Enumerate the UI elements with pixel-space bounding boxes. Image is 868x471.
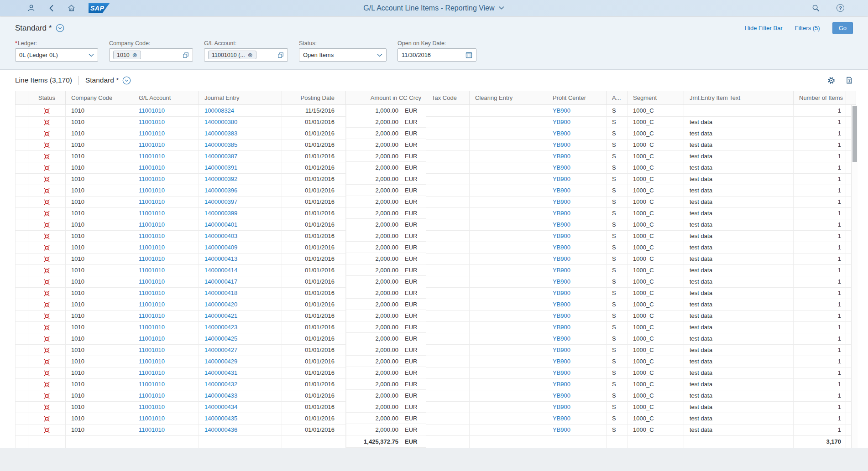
- export-spreadsheet-icon[interactable]: [846, 77, 853, 84]
- profit-center-link[interactable]: YB900: [553, 381, 570, 388]
- journal-entry-link[interactable]: 1400000396: [204, 187, 237, 194]
- gl-account-link[interactable]: 11001010: [139, 301, 165, 308]
- col-posting-date[interactable]: Posting Date: [282, 91, 346, 105]
- col-account-type[interactable]: A...: [607, 91, 627, 105]
- journal-entry-link[interactable]: 1400000417: [204, 278, 237, 285]
- profit-center-link[interactable]: YB900: [553, 358, 570, 365]
- journal-entry-link[interactable]: 1400000423: [204, 324, 237, 331]
- gl-account-link[interactable]: 11001010: [139, 141, 165, 148]
- profit-center-link[interactable]: YB900: [553, 301, 570, 308]
- status-select[interactable]: Open Items: [299, 48, 387, 62]
- hide-filter-bar-button[interactable]: Hide Filter Bar: [745, 25, 783, 31]
- journal-entry-link[interactable]: 1400000433: [204, 392, 237, 399]
- profit-center-link[interactable]: YB900: [553, 176, 570, 182]
- gl-account-link[interactable]: 11001010: [139, 278, 165, 285]
- gl-account-link[interactable]: 11001010: [139, 335, 165, 342]
- profit-center-link[interactable]: YB900: [553, 324, 570, 331]
- col-segment[interactable]: Segment: [627, 91, 684, 105]
- search-icon[interactable]: [812, 4, 820, 12]
- gl-account-link[interactable]: 11001010: [139, 267, 165, 274]
- journal-entry-link[interactable]: 1400000391: [204, 164, 237, 171]
- col-tax-code[interactable]: Tax Code: [426, 91, 470, 105]
- col-number-of-items[interactable]: Number of Items: [794, 91, 846, 105]
- gl-account-link[interactable]: 11001010: [139, 164, 165, 171]
- journal-entry-link[interactable]: 1400000383: [204, 130, 237, 137]
- scrollbar-thumb[interactable]: [852, 106, 857, 162]
- home-icon[interactable]: [68, 4, 75, 12]
- gl-account-link[interactable]: 11001010: [139, 415, 165, 422]
- profit-center-link[interactable]: YB900: [553, 221, 570, 228]
- profit-center-link[interactable]: YB900: [553, 119, 570, 125]
- journal-entry-link[interactable]: 1400000429: [204, 358, 237, 365]
- gl-account-link[interactable]: 11001010: [139, 426, 165, 433]
- journal-entry-link[interactable]: 1400000420: [204, 301, 237, 308]
- settings-gear-icon[interactable]: [827, 77, 835, 84]
- gl-account-link[interactable]: 11001010: [139, 119, 165, 125]
- gl-account-link[interactable]: 11001010: [139, 244, 165, 251]
- journal-entry-link[interactable]: 1400000421: [204, 312, 237, 319]
- gl-account-link[interactable]: 11001010: [139, 347, 165, 353]
- vertical-scrollbar[interactable]: [851, 105, 858, 448]
- gl-account-link[interactable]: 11001010: [139, 221, 165, 228]
- gl-account-link[interactable]: 11001010: [139, 404, 165, 410]
- journal-entry-link[interactable]: 1400000403: [204, 233, 237, 239]
- profit-center-link[interactable]: YB900: [553, 335, 570, 342]
- col-item-text[interactable]: Jrnl.Entry Item Text: [684, 91, 794, 105]
- journal-entry-link[interactable]: 1400000436: [204, 426, 237, 433]
- gl-account-link[interactable]: 11001010: [139, 198, 165, 205]
- gl-account-link[interactable]: 11001010: [139, 290, 165, 296]
- col-gl-account[interactable]: G/L Account: [133, 91, 199, 105]
- journal-entry-link[interactable]: 100008324: [204, 107, 234, 114]
- gl-account-link[interactable]: 11001010: [139, 255, 165, 262]
- profit-center-link[interactable]: YB900: [553, 426, 570, 433]
- profit-center-link[interactable]: YB900: [553, 153, 570, 160]
- profit-center-link[interactable]: YB900: [553, 210, 570, 217]
- gl-account-link[interactable]: 11001010: [139, 312, 165, 319]
- col-company-code[interactable]: Company Code: [66, 91, 133, 105]
- go-button[interactable]: Go: [832, 22, 853, 34]
- company-code-input[interactable]: 1010 ⊗: [109, 48, 193, 62]
- gl-account-link[interactable]: 11001010: [139, 210, 165, 217]
- profit-center-link[interactable]: YB900: [553, 244, 570, 251]
- profit-center-link[interactable]: YB900: [553, 415, 570, 422]
- ledger-select[interactable]: 0L (Ledger 0L): [15, 48, 98, 62]
- journal-entry-link[interactable]: 1400000380: [204, 119, 237, 125]
- app-title-menu[interactable]: G/L Account Line Items - Reporting View: [363, 4, 504, 12]
- profit-center-link[interactable]: YB900: [553, 164, 570, 171]
- profit-center-link[interactable]: YB900: [553, 187, 570, 194]
- profit-center-link[interactable]: YB900: [553, 369, 570, 376]
- profit-center-link[interactable]: YB900: [553, 198, 570, 205]
- profit-center-link[interactable]: YB900: [553, 233, 570, 239]
- gl-account-link[interactable]: 11001010: [139, 130, 165, 137]
- token-remove-icon[interactable]: ⊗: [132, 52, 137, 58]
- col-status[interactable]: Status: [28, 91, 66, 105]
- journal-entry-link[interactable]: 1400000401: [204, 221, 237, 228]
- journal-entry-link[interactable]: 1400000413: [204, 255, 237, 262]
- gl-account-input[interactable]: 11001010 (... ⊗: [204, 48, 288, 62]
- gl-account-link[interactable]: 11001010: [139, 107, 165, 114]
- journal-entry-link[interactable]: 1400000399: [204, 210, 237, 217]
- journal-entry-link[interactable]: 1400000397: [204, 198, 237, 205]
- profit-center-link[interactable]: YB900: [553, 347, 570, 353]
- gl-account-link[interactable]: 11001010: [139, 392, 165, 399]
- profit-center-link[interactable]: YB900: [553, 255, 570, 262]
- journal-entry-link[interactable]: 1400000434: [204, 404, 237, 410]
- gl-account-link[interactable]: 11001010: [139, 233, 165, 239]
- gl-account-link[interactable]: 11001010: [139, 358, 165, 365]
- journal-entry-link[interactable]: 1400000414: [204, 267, 237, 274]
- token-remove-icon[interactable]: ⊗: [248, 52, 253, 58]
- gl-account-link[interactable]: 11001010: [139, 187, 165, 194]
- help-icon[interactable]: ?: [837, 4, 844, 12]
- journal-entry-link[interactable]: 1400000418: [204, 290, 237, 296]
- filter-variant-selector[interactable]: Standard *: [15, 24, 64, 33]
- journal-entry-link[interactable]: 1400000435: [204, 415, 237, 422]
- value-help-icon[interactable]: [183, 52, 189, 58]
- gl-account-link[interactable]: 11001010: [139, 381, 165, 388]
- user-icon[interactable]: [27, 4, 35, 12]
- journal-entry-link[interactable]: 1400000425: [204, 335, 237, 342]
- calendar-icon[interactable]: [465, 52, 472, 58]
- profit-center-link[interactable]: YB900: [553, 107, 570, 114]
- journal-entry-link[interactable]: 1400000432: [204, 381, 237, 388]
- profit-center-link[interactable]: YB900: [553, 312, 570, 319]
- journal-entry-link[interactable]: 1400000385: [204, 141, 237, 148]
